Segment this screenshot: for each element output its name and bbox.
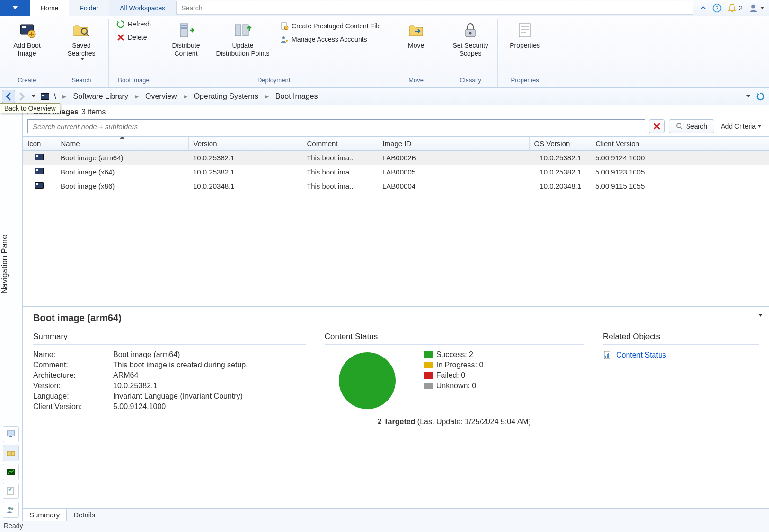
svg-point-2 bbox=[731, 10, 733, 12]
col-os-version[interactable]: OS Version bbox=[529, 137, 591, 151]
user-menu-button[interactable] bbox=[748, 3, 764, 13]
add-criteria-button[interactable]: Add Criteria bbox=[718, 122, 764, 130]
refresh-view-button[interactable] bbox=[754, 90, 767, 103]
svg-rect-26 bbox=[7, 451, 10, 456]
clear-search-button[interactable] bbox=[649, 119, 665, 133]
cell-image-id: LAB00004 bbox=[378, 179, 529, 193]
main-area: Navigation Pane ▸ Boot Images 3 items Se… bbox=[0, 105, 769, 521]
ribbon-group-properties: Properties Properties bbox=[498, 19, 552, 87]
search-button[interactable]: Search bbox=[669, 119, 714, 133]
table-row[interactable]: Boot image (arm64)10.0.25382.1This boot … bbox=[23, 151, 769, 165]
col-icon[interactable]: Icon bbox=[23, 137, 56, 151]
refresh-button[interactable]: Refresh bbox=[115, 19, 153, 29]
svg-rect-13 bbox=[243, 25, 248, 36]
ribbon: Add Boot Image Create Saved Searches Sea… bbox=[0, 16, 769, 88]
nav-forward-button[interactable] bbox=[15, 90, 28, 103]
ribbon-group-boot-image: Refresh Delete Boot Image bbox=[109, 19, 159, 87]
create-prestaged-content-file-button[interactable]: Create Prestaged Content File bbox=[278, 21, 383, 31]
col-image-id[interactable]: Image ID bbox=[378, 137, 529, 151]
item-count: 3 items bbox=[81, 108, 106, 116]
button-label: Create Prestaged Content File bbox=[292, 22, 381, 30]
button-label: Move bbox=[408, 42, 424, 50]
cell-os-version: 10.0.25382.1 bbox=[529, 165, 591, 179]
kv-value: This boot image is created during setup. bbox=[113, 361, 306, 369]
ribbon-group-create: Add Boot Image Create bbox=[0, 19, 54, 87]
detail-tab-details[interactable]: Details bbox=[67, 509, 102, 521]
lock-icon bbox=[461, 21, 480, 40]
console-icon bbox=[35, 168, 44, 174]
refresh-icon bbox=[756, 92, 765, 101]
saved-searches-button[interactable]: Saved Searches bbox=[60, 19, 103, 62]
add-boot-image-button[interactable]: Add Boot Image bbox=[6, 19, 48, 60]
checklist-icon bbox=[6, 486, 16, 496]
nav-back-button[interactable] bbox=[2, 90, 15, 103]
users-icon bbox=[6, 505, 16, 515]
breadcrumb-root[interactable]: \ bbox=[52, 91, 58, 102]
table-row[interactable]: Boot image (x86)10.0.20348.1This boot im… bbox=[23, 179, 769, 193]
table-row[interactable]: Boot image (x64)10.0.25382.1This boot im… bbox=[23, 165, 769, 179]
row-icon-cell bbox=[23, 165, 56, 179]
detail-columns: Summary Name:Boot image (arm64) Comment:… bbox=[33, 332, 759, 426]
collapse-ribbon-button[interactable] bbox=[700, 5, 707, 11]
nav-history-button[interactable] bbox=[28, 90, 37, 103]
kv-key: Client Version: bbox=[33, 402, 106, 411]
workspace-switcher bbox=[0, 423, 22, 521]
content-status-pie bbox=[339, 352, 396, 409]
col-client-version[interactable]: Client Version bbox=[591, 137, 769, 151]
col-comment[interactable]: Comment bbox=[302, 137, 378, 151]
breadcrumb-dropdown[interactable] bbox=[741, 90, 754, 103]
tab-all-workspaces[interactable]: All Workspaces bbox=[109, 0, 176, 16]
ribbon-group-search: Saved Searches Search bbox=[54, 19, 109, 87]
set-security-scopes-button[interactable]: Set Security Scopes bbox=[449, 19, 492, 60]
tab-folder[interactable]: Folder bbox=[69, 0, 109, 16]
button-label: Search bbox=[686, 122, 707, 130]
manage-access-accounts-button[interactable]: Manage Access Accounts bbox=[278, 34, 383, 44]
workspace-monitoring-button[interactable] bbox=[3, 464, 19, 480]
status-bar: Ready bbox=[0, 521, 769, 532]
breadcrumb: \ ▸ Software Library ▸ Overview ▸ Operat… bbox=[52, 91, 741, 102]
console-icon bbox=[41, 93, 49, 100]
workspace-community-button[interactable] bbox=[3, 502, 19, 518]
move-button[interactable]: Move bbox=[395, 19, 437, 52]
row-icon-cell bbox=[23, 151, 56, 165]
update-distribution-points-button[interactable]: Update Distribution Points bbox=[212, 19, 274, 60]
col-version[interactable]: Version bbox=[188, 137, 302, 151]
breadcrumb-seg[interactable]: Software Library bbox=[71, 91, 130, 102]
workspace-admin-button[interactable] bbox=[3, 483, 19, 499]
detail-tab-summary[interactable]: Summary bbox=[23, 509, 67, 521]
content-status-link[interactable]: Content Status bbox=[616, 351, 666, 359]
button-label: Properties bbox=[510, 42, 540, 50]
workspace-assets-button[interactable] bbox=[3, 426, 19, 442]
col-name[interactable]: Name bbox=[56, 137, 188, 151]
help-button[interactable]: ? bbox=[712, 3, 722, 13]
breadcrumb-seg[interactable]: Operating Systems bbox=[192, 91, 260, 102]
distribute-content-button[interactable]: Distribute Content bbox=[165, 19, 207, 60]
chevron-right-icon: ▸ bbox=[132, 92, 141, 101]
clear-icon bbox=[653, 122, 661, 131]
svg-rect-25 bbox=[9, 436, 12, 437]
cell-name: Boot image (x86) bbox=[56, 179, 188, 193]
workspace-library-button[interactable] bbox=[3, 445, 19, 461]
breadcrumb-seg[interactable]: Boot Images bbox=[274, 91, 320, 102]
chevron-up-icon bbox=[700, 5, 707, 11]
properties-button[interactable]: Properties bbox=[504, 19, 546, 52]
swatch-inprogress-icon bbox=[424, 362, 433, 368]
group-label: Create bbox=[18, 76, 36, 86]
cell-comment: This boot ima... bbox=[302, 179, 378, 193]
tab-home[interactable]: Home bbox=[30, 0, 69, 16]
collapse-detail-button[interactable] bbox=[758, 314, 763, 317]
row-icon-cell bbox=[23, 179, 56, 193]
notifications-button[interactable]: 2 bbox=[727, 3, 742, 13]
global-search-input[interactable]: Search bbox=[176, 1, 693, 15]
app-menu-button[interactable] bbox=[0, 0, 30, 16]
button-label: Add Criteria bbox=[721, 122, 756, 130]
svg-rect-12 bbox=[235, 25, 241, 36]
navigation-pane-label[interactable]: Navigation Pane bbox=[0, 105, 22, 423]
delete-button[interactable]: Delete bbox=[115, 32, 153, 43]
cell-version: 10.0.25382.1 bbox=[188, 165, 302, 179]
list-search-input[interactable] bbox=[27, 119, 645, 133]
server-right-icon bbox=[177, 21, 195, 40]
breadcrumb-seg[interactable]: Overview bbox=[143, 91, 179, 102]
svg-rect-10 bbox=[181, 25, 187, 26]
svg-rect-11 bbox=[181, 27, 187, 29]
